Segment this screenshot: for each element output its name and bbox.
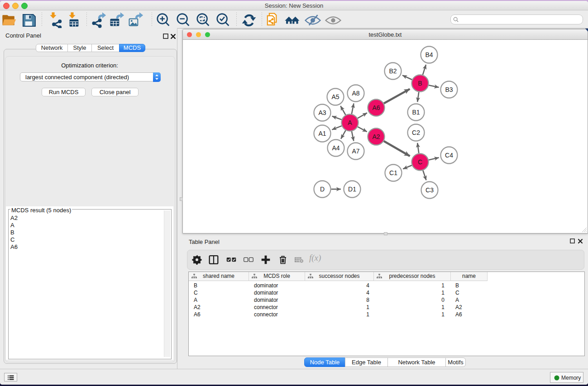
svg-text:A8: A8 <box>352 90 359 97</box>
svg-text:A2: A2 <box>372 133 380 140</box>
svg-text:A: A <box>348 119 352 126</box>
svg-text:C2: C2 <box>412 129 420 136</box>
svg-text:B1: B1 <box>412 109 420 116</box>
svg-text:A5: A5 <box>331 93 339 100</box>
svg-text:A7: A7 <box>352 148 359 155</box>
svg-text:D: D <box>320 186 325 193</box>
svg-text:C: C <box>418 158 422 166</box>
svg-text:B: B <box>418 80 422 87</box>
svg-text:D1: D1 <box>348 186 356 193</box>
svg-text:C3: C3 <box>425 186 434 194</box>
svg-text:C4: C4 <box>445 152 453 159</box>
svg-text:A3: A3 <box>318 109 326 116</box>
svg-text:A1: A1 <box>318 130 326 137</box>
svg-text:B4: B4 <box>425 51 433 58</box>
svg-text:B2: B2 <box>389 67 397 75</box>
svg-text:A4: A4 <box>332 144 339 152</box>
svg-text:C1: C1 <box>389 169 397 176</box>
svg-text:B3: B3 <box>445 86 453 93</box>
svg-text:A6: A6 <box>372 104 380 111</box>
